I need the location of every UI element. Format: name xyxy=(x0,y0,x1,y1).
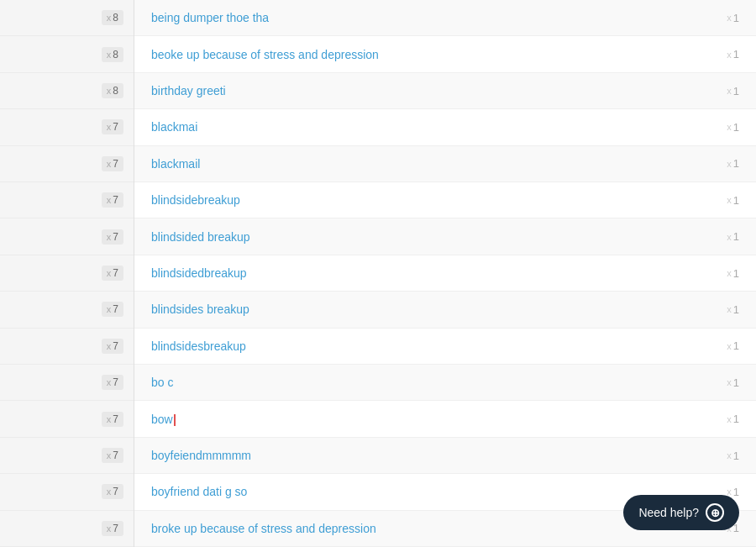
right-panel: being dumper thoe tha x1 beoke up becaus… xyxy=(134,0,756,547)
count-badge: x7 xyxy=(102,484,123,499)
item-count: x1 xyxy=(727,230,739,243)
count-badge: x7 xyxy=(102,156,123,171)
item-count: x1 xyxy=(727,85,739,97)
item-text[interactable]: birthday greeti xyxy=(151,84,226,97)
left-item: x8 xyxy=(0,36,134,72)
count-badge: x7 xyxy=(102,192,123,208)
left-item: x7 xyxy=(0,438,134,474)
item-text[interactable]: blindsidesbreakup xyxy=(151,339,246,353)
item-text[interactable]: boyfriend dati g so xyxy=(151,485,247,498)
item-text[interactable]: broke up because of stress and depressio… xyxy=(151,522,376,535)
left-item: x7 xyxy=(0,401,134,437)
item-count: x1 xyxy=(727,157,739,170)
count-badge: x7 xyxy=(102,448,123,463)
item-text[interactable]: blindsidebreakup xyxy=(151,193,240,207)
item-count: x1 xyxy=(727,303,739,316)
item-text[interactable]: boyfeiendmmmmm xyxy=(151,449,251,462)
item-text[interactable]: blindsided breakup xyxy=(151,230,250,244)
left-panel: x8x8x8x7x7x7x7x7x7x7x7x7x7x7x7 xyxy=(0,0,134,547)
count-badge: x7 xyxy=(102,266,123,281)
left-item: x7 xyxy=(0,255,134,292)
item-count: x1 xyxy=(727,48,739,60)
left-item: x8 xyxy=(0,73,134,109)
left-item: x7 xyxy=(0,218,134,255)
list-item: blackmail x1 xyxy=(134,146,756,182)
list-item: being dumper thoe tha x1 xyxy=(134,0,756,36)
count-badge: x8 xyxy=(102,10,123,25)
count-badge: x7 xyxy=(102,119,123,134)
list-item: boyfeiendmmmmm x1 xyxy=(134,438,756,474)
item-count: x1 xyxy=(727,339,739,352)
left-item: x7 xyxy=(0,109,134,145)
left-item: x7 xyxy=(0,146,134,182)
list-item: birthday greeti x1 xyxy=(134,73,756,109)
text-cursor xyxy=(174,414,176,426)
count-badge: x7 xyxy=(102,229,123,245)
item-text[interactable]: bo c xyxy=(151,376,173,389)
count-badge: x7 xyxy=(102,412,123,427)
count-badge: x8 xyxy=(102,47,123,62)
item-count: x1 xyxy=(727,376,739,389)
list-item: blackmai x1 xyxy=(134,109,756,145)
count-badge: x7 xyxy=(102,375,123,390)
item-text[interactable]: blindsidedbreakup xyxy=(151,266,247,280)
item-count: x1 xyxy=(727,121,739,134)
count-badge: x7 xyxy=(102,302,123,317)
list-item: bo c x1 xyxy=(134,365,756,401)
left-item: x7 xyxy=(0,511,134,547)
item-count: x1 xyxy=(727,12,739,24)
item-text[interactable]: blindsides breakup xyxy=(151,302,249,316)
list-item: bow x1 xyxy=(134,401,756,437)
item-count: x1 xyxy=(727,413,739,425)
item-text[interactable]: bow xyxy=(151,413,176,426)
item-text[interactable]: being dumper thoe tha xyxy=(151,11,269,24)
list-item: beoke up because of stress and depressio… xyxy=(134,36,756,72)
item-count: x1 xyxy=(727,194,739,207)
list-item: blindsidesbreakup x1 xyxy=(134,329,756,365)
help-button[interactable]: Need help? ⊕ xyxy=(623,495,739,530)
left-item: x7 xyxy=(0,474,134,510)
item-count: x1 xyxy=(727,450,739,462)
count-badge: x8 xyxy=(102,83,123,98)
left-item: x7 xyxy=(0,182,134,218)
help-icon: ⊕ xyxy=(706,503,724,522)
help-label: Need help? xyxy=(638,506,699,519)
left-item: x8 xyxy=(0,0,134,36)
item-text[interactable]: beoke up because of stress and depressio… xyxy=(151,48,379,61)
left-item: x7 xyxy=(0,329,134,365)
list-item: blindsidedbreakup x1 xyxy=(134,255,756,292)
count-badge: x7 xyxy=(102,339,123,354)
item-text[interactable]: blackmai xyxy=(151,120,197,134)
item-text[interactable]: blackmail xyxy=(151,157,200,171)
list-item: blindsided breakup x1 xyxy=(134,218,756,255)
list-item: blindsides breakup x1 xyxy=(134,292,756,328)
left-item: x7 xyxy=(0,292,134,328)
left-item: x7 xyxy=(0,365,134,401)
count-badge: x7 xyxy=(102,521,123,536)
item-count: x1 xyxy=(727,267,739,280)
list-item: blindsidebreakup x1 xyxy=(134,182,756,218)
